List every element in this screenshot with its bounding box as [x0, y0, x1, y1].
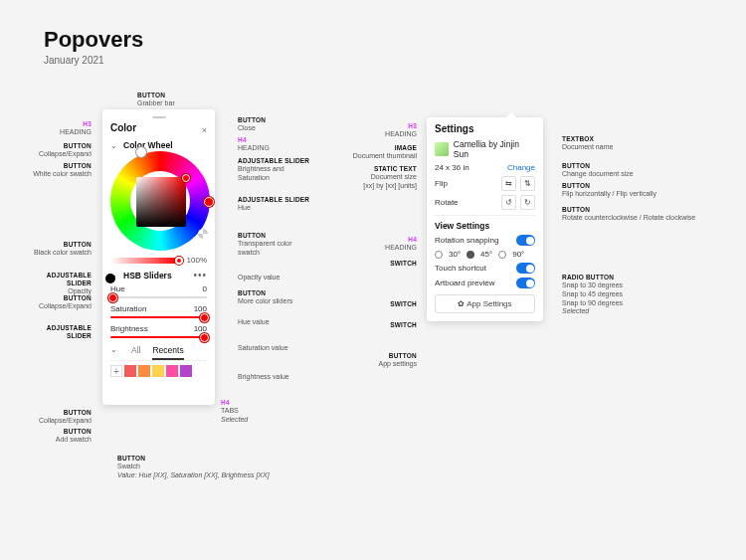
- flip-horizontal-icon[interactable]: ⇆: [501, 176, 516, 191]
- ann: RADIO BUTTONSnap to 30 degrees Snap to 4…: [562, 274, 642, 316]
- opacity-slider[interactable]: [110, 258, 177, 264]
- ann: TEXTBOXDocument name: [562, 135, 613, 152]
- touch-switch[interactable]: [516, 263, 535, 274]
- swatch[interactable]: [180, 365, 192, 377]
- ann: H4TABSSelected: [221, 399, 248, 425]
- ann: Saturation value: [238, 344, 288, 353]
- transparent-swatch[interactable]: [198, 229, 208, 239]
- snap-label: Rotation snapping: [435, 236, 499, 245]
- rotate-cw-icon[interactable]: ↻: [520, 195, 535, 210]
- hue-ring-marker[interactable]: [204, 197, 214, 207]
- ann: BUTTONClose: [238, 116, 266, 133]
- hue-value: 0: [203, 284, 207, 293]
- saturation-box[interactable]: [136, 177, 186, 227]
- ann: H4HEADING: [238, 136, 270, 153]
- radio-30[interactable]: [435, 251, 443, 259]
- flip-vertical-icon[interactable]: ⇅: [520, 176, 535, 191]
- color-wheel[interactable]: [110, 151, 210, 251]
- page-title: Popovers: [44, 27, 143, 53]
- hsb-label: HSB Sliders: [123, 271, 172, 280]
- swatch[interactable]: [166, 365, 178, 377]
- artboard-label: Artboard preview: [435, 279, 494, 287]
- ann: BUTTONAdd swatch: [20, 428, 92, 445]
- doc-size: 24 x 36 in: [435, 163, 469, 172]
- bri-label: Brightness: [110, 324, 148, 333]
- opacity-value: 100%: [187, 256, 207, 265]
- color-heading: Color: [110, 122, 136, 133]
- swatch[interactable]: [152, 365, 164, 377]
- collapse-color-wheel[interactable]: ⌄: [110, 141, 119, 150]
- tab-all[interactable]: All: [131, 345, 140, 360]
- add-swatch-button[interactable]: +: [110, 365, 122, 377]
- close-icon[interactable]: ×: [202, 125, 207, 135]
- settings-popover: Settings Camellia by Jinjin Sun 24 x 36 …: [427, 117, 543, 321]
- hue-label: Hue: [110, 284, 125, 293]
- ann: BUTTONWhite color swatch: [32, 162, 92, 179]
- ann: ADJUSTABLE SLIDERBrightness and Saturati…: [238, 157, 317, 183]
- ann: BUTTONTransparent color swatch: [238, 232, 307, 258]
- ann: H3HEADING: [367, 122, 417, 139]
- page-date: January 2021: [44, 55, 104, 66]
- ann: BUTTONBlack color swatch: [32, 241, 92, 258]
- app-settings-button[interactable]: ✿ App Settings: [435, 294, 535, 313]
- ann: Opacity value: [238, 274, 280, 282]
- ann: ADJUSTABLE SLIDEROpacity: [32, 272, 92, 296]
- snap-radios: 30° 45° 90°: [435, 250, 535, 259]
- document-name[interactable]: Camellia by Jinjin Sun: [454, 139, 535, 159]
- ann: BUTTONSwatchValue: Hue [XX], Saturation …: [117, 455, 270, 480]
- touch-label: Touch shortcut: [435, 264, 486, 273]
- black-swatch[interactable]: [105, 274, 115, 283]
- swatch[interactable]: [138, 365, 150, 377]
- document-thumbnail: [435, 142, 449, 156]
- ann: SWITCH: [367, 321, 417, 329]
- ann: ADJUSTABLE SLIDER: [32, 324, 92, 340]
- white-swatch[interactable]: [136, 147, 146, 157]
- bri-value: 100: [194, 324, 207, 333]
- rotate-ccw-icon[interactable]: ↺: [501, 195, 516, 210]
- color-wheel-label: Color Wheel: [123, 140, 173, 150]
- collapse-swatches[interactable]: ⌄: [110, 345, 119, 360]
- swatch[interactable]: [124, 365, 136, 377]
- ann: BUTTONMore color sliders: [238, 289, 307, 306]
- ann: Brightness value: [238, 373, 289, 382]
- ann: ADJUSTABLE SLIDERHue: [238, 196, 309, 213]
- sat-slider[interactable]: [110, 316, 207, 318]
- ann: Hue value: [238, 318, 270, 327]
- ann: BUTTONApp settings: [357, 352, 417, 369]
- tab-recents[interactable]: Recents: [152, 345, 183, 360]
- more-sliders-button[interactable]: •••: [193, 270, 207, 280]
- radio-90[interactable]: [498, 251, 506, 259]
- opacity-knob[interactable]: [175, 257, 183, 265]
- ann: H3HEADING: [32, 120, 92, 137]
- ann: SWITCH: [367, 260, 417, 268]
- flip-label: Flip: [435, 179, 448, 188]
- rotate-label: Rotate: [435, 198, 459, 207]
- bri-slider[interactable]: [110, 336, 207, 338]
- color-popover: Color × ⌄ Color Wheel 100% ⌄ HSB Sliders…: [102, 109, 215, 405]
- ann: BUTTONChange document size: [562, 162, 634, 179]
- radio-45[interactable]: [466, 251, 474, 259]
- ann: BUTTONCollapse/Expand: [32, 294, 92, 311]
- ann: BUTTONRotate counterclockwise / Rotate c…: [562, 206, 701, 223]
- ann: H4HEADING: [367, 236, 417, 253]
- ann: IMAGEDocument thumbnail: [347, 144, 417, 161]
- ann: BUTTONFlip horizontally / Flip verticall…: [562, 182, 681, 199]
- ann: STATIC TEXTDocument size [xx] by [xx] [u…: [347, 165, 417, 191]
- artboard-switch[interactable]: [516, 278, 535, 288]
- ann: BUTTONGrabber bar: [137, 92, 175, 108]
- snap-switch[interactable]: [516, 235, 535, 246]
- ann: BUTTONCollapse/Expand: [20, 409, 92, 426]
- ann: BUTTONCollapse/Expand: [32, 142, 92, 159]
- view-settings-heading: View Settings: [435, 221, 535, 231]
- ann: SWITCH: [367, 300, 417, 308]
- hue-slider[interactable]: [110, 296, 207, 298]
- sat-label: Saturation: [110, 304, 146, 313]
- settings-heading: Settings: [435, 123, 535, 134]
- sat-value: 100: [194, 304, 207, 313]
- change-size-button[interactable]: Change: [507, 163, 535, 172]
- grabber-bar[interactable]: [152, 116, 166, 118]
